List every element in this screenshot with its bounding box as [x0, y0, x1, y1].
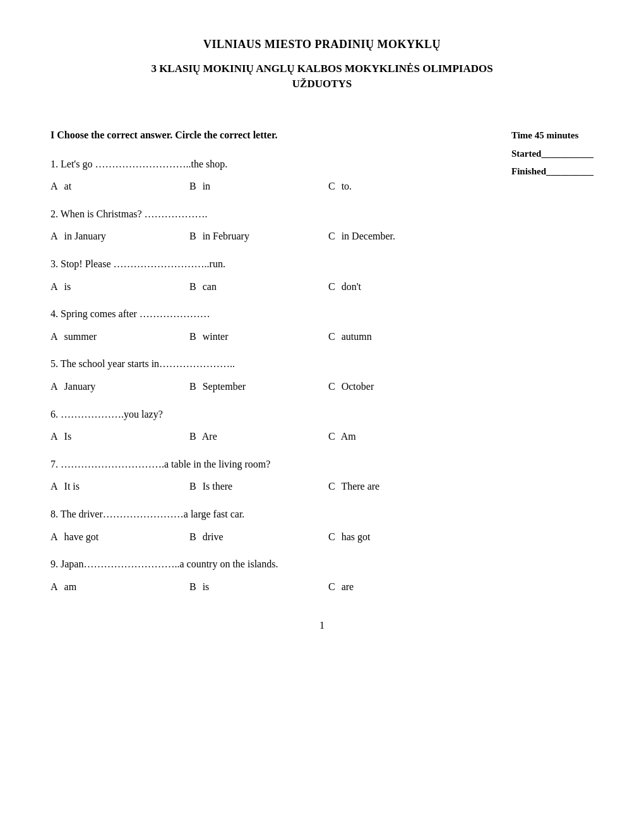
answer-label: C — [328, 329, 335, 345]
answer-label: C — [328, 378, 335, 395]
time-box: Time 45 minutes Started___________ Finis… — [511, 126, 593, 181]
answer-text: There are — [339, 478, 380, 495]
answer-label: C — [328, 228, 335, 245]
answer-text: is — [62, 279, 71, 295]
answer-7-2: B Is there — [189, 478, 328, 495]
question-block-6: 6. ……………….you lazy?A IsB AreC Am — [51, 406, 593, 445]
title-line1: VILNIAUS MIESTO PRADINIŲ MOKYKLŲ — [51, 38, 593, 51]
answer-3-1: A is — [51, 279, 189, 295]
answer-text: drive — [200, 529, 224, 545]
answer-9-1: A am — [51, 579, 189, 595]
answer-text: winter — [200, 329, 229, 345]
time-label: Time 45 minutes — [511, 126, 593, 145]
answer-2-3: C in December. — [328, 228, 467, 245]
question-text-7: 7. ………………………….a table in the living room… — [51, 456, 593, 473]
answer-9-2: B is — [189, 579, 328, 595]
answer-text: in December. — [339, 228, 395, 245]
question-text-8: 8. The driver……………………a large fast car. — [51, 506, 593, 523]
answer-label: B — [189, 279, 196, 295]
answer-text: January — [62, 378, 96, 395]
answers-row-7: A It isB Is thereC There are — [51, 478, 593, 495]
answer-text: at — [62, 178, 72, 195]
answer-9-3: C are — [328, 579, 467, 595]
answer-text: is — [200, 579, 210, 595]
answer-label: B — [189, 378, 196, 395]
answer-text: Are — [200, 428, 217, 445]
answer-text: are — [339, 579, 354, 595]
question-text-2: 2. When is Christmas? ………………. — [51, 206, 593, 222]
answer-4-3: C autumn — [328, 329, 467, 345]
answer-text: don't — [339, 279, 361, 295]
answer-3-3: C don't — [328, 279, 467, 295]
page: VILNIAUS MIESTO PRADINIŲ MOKYKLŲ 3 KLASI… — [51, 38, 593, 796]
question-block-2: 2. When is Christmas? ……………….A in Januar… — [51, 206, 593, 245]
answer-label: B — [189, 228, 196, 245]
answer-5-1: A January — [51, 378, 189, 395]
answer-1-1: A at — [51, 178, 189, 195]
answer-label: B — [189, 329, 196, 345]
question-text-4: 4. Spring comes after ………………… — [51, 306, 593, 322]
answer-label: A — [51, 279, 58, 295]
answer-text: It is — [62, 478, 80, 495]
answer-2-1: A in January — [51, 228, 189, 245]
answer-6-3: C Am — [328, 428, 467, 445]
question-text-9: 9. Japan………………………..a country on the isla… — [51, 556, 593, 572]
answers-row-1: A atB inC to. — [51, 178, 593, 195]
answer-label: B — [189, 579, 196, 595]
answer-text: Is there — [200, 478, 233, 495]
answer-text: October — [339, 378, 374, 395]
answer-label: B — [189, 478, 196, 495]
answer-text: in January — [62, 228, 106, 245]
answer-text: summer — [62, 329, 97, 345]
question-text-6: 6. ……………….you lazy? — [51, 406, 593, 423]
answer-text: am — [62, 579, 77, 595]
finished-label: Finished__________ — [511, 162, 593, 181]
answer-label: A — [51, 178, 58, 195]
answer-text: to. — [339, 178, 352, 195]
answers-row-6: A IsB AreC Am — [51, 428, 593, 445]
question-text-3: 3. Stop! Please ………………………..run. — [51, 256, 593, 272]
answer-label: C — [328, 529, 335, 545]
answers-row-8: A have gotB driveC has got — [51, 529, 593, 545]
question-block-4: 4. Spring comes after …………………A summerB w… — [51, 306, 593, 344]
answer-1-2: B in — [189, 178, 328, 195]
answer-7-1: A It is — [51, 478, 189, 495]
answer-label: B — [189, 178, 196, 195]
title-section: VILNIAUS MIESTO PRADINIŲ MOKYKLŲ 3 KLASI… — [51, 38, 593, 92]
answers-row-3: A isB canC don't — [51, 279, 593, 295]
question-block-5: 5. The school year starts in…………………..A J… — [51, 356, 593, 394]
answer-6-1: A Is — [51, 428, 189, 445]
answer-5-2: B September — [189, 378, 328, 395]
answer-3-2: B can — [189, 279, 328, 295]
answers-row-4: A summerB winterC autumn — [51, 329, 593, 345]
answer-2-2: B in February — [189, 228, 328, 245]
answer-label: C — [328, 279, 335, 295]
answer-label: C — [328, 579, 335, 595]
answer-text: in — [200, 178, 210, 195]
question-block-9: 9. Japan………………………..a country on the isla… — [51, 556, 593, 595]
answer-6-2: B Are — [189, 428, 328, 445]
answer-label: B — [189, 529, 196, 545]
answer-text: autumn — [339, 329, 372, 345]
answer-label: A — [51, 329, 58, 345]
answer-text: Is — [62, 428, 72, 445]
answer-label: A — [51, 228, 58, 245]
answer-label: C — [328, 428, 335, 445]
question-text-5: 5. The school year starts in………………….. — [51, 356, 593, 372]
answers-row-5: A JanuaryB SeptemberC October — [51, 378, 593, 395]
title-line2: 3 KLASIŲ MOKINIŲ ANGLŲ KALBOS MOKYKLINĖS… — [51, 61, 593, 92]
answer-label: A — [51, 378, 58, 395]
answer-label: A — [51, 478, 58, 495]
answer-5-3: C October — [328, 378, 467, 395]
questions-list: 1. Let's go ………………………..the shop.A atB in… — [51, 156, 593, 595]
answer-8-3: C has got — [328, 529, 467, 545]
answer-text: September — [200, 378, 246, 395]
answer-text: in February — [200, 228, 249, 245]
answer-7-3: C There are — [328, 478, 467, 495]
answer-label: C — [328, 478, 335, 495]
answer-label: B — [189, 428, 196, 445]
answer-8-2: B drive — [189, 529, 328, 545]
answer-label: A — [51, 579, 58, 595]
answer-label: C — [328, 178, 335, 195]
answers-row-9: A amB isC are — [51, 579, 593, 595]
